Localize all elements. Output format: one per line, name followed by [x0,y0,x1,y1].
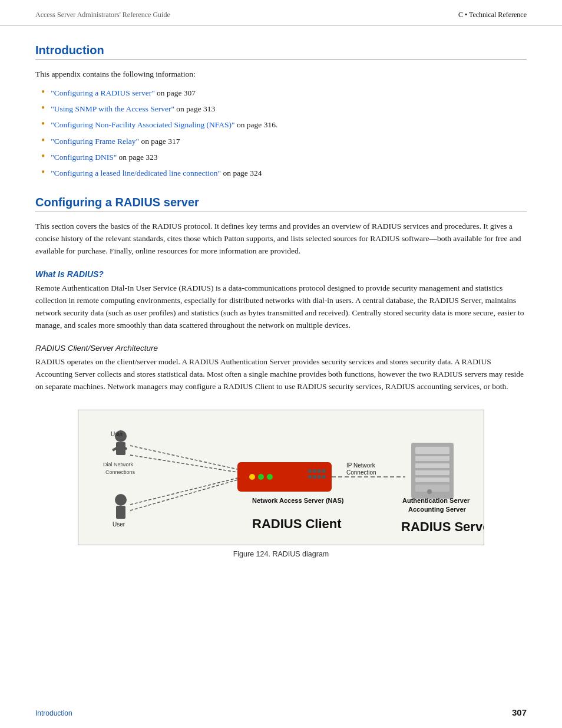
svg-point-8 [115,494,127,506]
radius-body1: This section covers the basics of the RA… [35,220,527,258]
svg-point-18 [267,474,273,480]
what-is-radius-body: Remote Authentication Dial-In User Servi… [35,282,527,332]
svg-rect-35 [415,463,449,468]
svg-rect-36 [415,470,449,475]
bullet-text-1: on page 307 [155,88,196,97]
svg-point-39 [427,489,432,494]
bullet-text-3: on page 316. [235,120,278,129]
header-left-text: Access Server Administrators' Reference … [35,11,170,19]
list-item: • "Configuring a leased line/dedicated l… [41,167,527,179]
bullet-text-6: on page 324 [221,169,262,177]
svg-rect-33 [415,447,449,454]
page-header: Access Server Administrators' Reference … [0,0,562,26]
list-item: • "Configuring Frame Relay" on page 317 [41,135,527,147]
svg-rect-34 [415,456,449,461]
svg-text:User: User [113,521,125,528]
svg-text:RADIUS Server: RADIUS Server [401,519,484,534]
svg-rect-19 [308,469,312,473]
bullet-icon: • [41,151,45,162]
introduction-heading: Introduction [35,44,527,60]
list-item: • "Configuring Non-Facility Associated S… [41,118,527,131]
header-right-text: C • Technical Reference [458,11,527,19]
svg-rect-25 [318,475,321,479]
bullet-link-5-text[interactable]: "Configuring DNIS" [51,153,117,162]
footer-left: Introduction [35,709,72,717]
svg-point-17 [258,474,264,480]
svg-text:Network Access Server (NAS): Network Access Server (NAS) [252,497,344,504]
bullet-icon: • [41,103,45,113]
svg-text:RADIUS Client: RADIUS Client [252,516,342,531]
bullet-link-2-text[interactable]: "Using SNMP with the Access Server" [51,104,174,113]
bullet-icon: • [41,135,45,146]
figure-container: User Dial Network Connections User [35,410,527,558]
header-chapter-prefix: C • [458,11,469,19]
svg-rect-37 [415,477,449,482]
svg-text:User: User [111,431,124,437]
figure-caption: Figure 124. RADIUS diagram [233,550,329,558]
intro-body: This appendix contains the following inf… [35,68,527,81]
radius-section-heading: Configuring a RADIUS server [35,196,527,212]
svg-text:Connections: Connections [105,469,135,475]
bullet-icon: • [41,167,45,177]
svg-text:Accounting Server: Accounting Server [408,506,467,513]
bullet-link-6-text[interactable]: "Configuring a leased line/dedicated lin… [51,169,221,177]
bullet-text-2: on page 313 [174,104,215,113]
svg-rect-38 [415,485,449,492]
bullet-text-4: on page 317 [139,137,180,146]
svg-rect-9 [116,506,125,519]
svg-rect-22 [322,469,326,473]
what-is-radius-heading: What Is RADIUS? [35,269,527,279]
svg-text:IP Network: IP Network [346,462,376,469]
bullet-icon: • [41,118,45,129]
bullet-icon: • [41,87,45,97]
header-chapter-title: Technical Reference [469,11,527,19]
bullet-link-1-text[interactable]: "Configuring a RADIUS server" [51,88,154,97]
bullet-link-4-text[interactable]: "Configuring Frame Relay" [51,137,139,146]
svg-text:Connection: Connection [346,469,376,476]
svg-point-16 [249,474,255,480]
svg-rect-23 [308,475,312,479]
client-server-heading: RADIUS Client/Server Architecture [35,344,527,353]
page-footer: Introduction 307 [35,707,527,717]
main-content: Introduction This appendix contains the … [0,26,562,588]
svg-rect-26 [322,475,326,479]
svg-text:Dial Network: Dial Network [103,462,134,467]
footer-right: 307 [512,707,527,717]
list-item: • "Configuring DNIS" on page 323 [41,151,527,163]
list-item: • "Configuring a RADIUS server" on page … [41,87,527,99]
intro-bullet-list: • "Configuring a RADIUS server" on page … [41,87,527,180]
page: Access Server Administrators' Reference … [0,0,562,728]
list-item: • "Using SNMP with the Access Server" on… [41,103,527,115]
svg-rect-20 [313,469,316,473]
radius-diagram: User Dial Network Connections User [78,410,484,545]
svg-rect-21 [318,469,321,473]
bullet-link-3-text[interactable]: "Configuring Non-Facility Associated Sig… [51,120,234,129]
radius-diagram-svg: User Dial Network Connections User [78,410,484,545]
bullet-text-5: on page 323 [117,153,157,162]
client-server-body: RADIUS operates on the client/server mod… [35,356,527,393]
svg-rect-24 [313,475,316,479]
svg-text:Authentication Server: Authentication Server [402,497,470,504]
